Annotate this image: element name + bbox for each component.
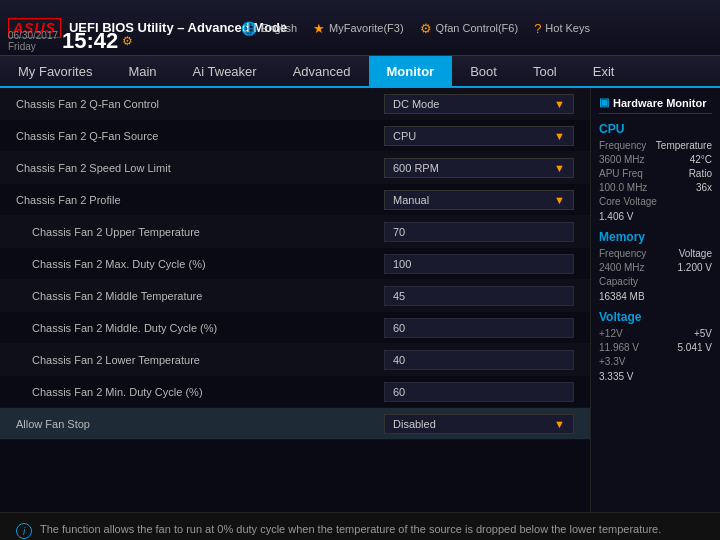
hw-value: +5V: [694, 328, 712, 339]
dropdown-0[interactable]: DC Mode▼: [384, 94, 574, 114]
dropdown-arrow-1: ▼: [554, 130, 565, 142]
text-field-9[interactable]: 60: [384, 382, 574, 402]
nav-tool[interactable]: Tool: [515, 56, 575, 86]
gear-icon[interactable]: ⚙: [122, 34, 133, 48]
hw-row-0-1: 3600 MHz42°C: [599, 154, 712, 165]
dropdown-10[interactable]: Disabled▼: [384, 414, 574, 434]
main-area: Chassis Fan 2 Q-Fan ControlDC Mode▼Chass…: [0, 88, 720, 512]
star-icon: ★: [313, 21, 325, 36]
hw-label: 11.968 V: [599, 342, 639, 353]
text-field-8[interactable]: 40: [384, 350, 574, 370]
hotkeys-label: Hot Keys: [545, 22, 590, 34]
setting-label-0: Chassis Fan 2 Q-Fan Control: [16, 98, 384, 110]
help-icon: ?: [534, 21, 541, 36]
setting-row-0: Chassis Fan 2 Q-Fan ControlDC Mode▼: [0, 88, 590, 120]
monitor-icon: ▣: [599, 96, 609, 109]
nav-exit[interactable]: Exit: [575, 56, 633, 86]
language-selector[interactable]: 🌐 English: [241, 21, 297, 36]
setting-label-7: Chassis Fan 2 Middle. Duty Cycle (%): [16, 322, 384, 334]
setting-row-10: Allow Fan StopDisabled▼: [0, 408, 590, 440]
hw-section-2: Voltage: [599, 310, 712, 324]
hw-value: 5.041 V: [678, 342, 712, 353]
hw-monitor-panel: ▣ Hardware Monitor CPUFrequencyTemperatu…: [590, 88, 720, 512]
setting-label-4: Chassis Fan 2 Upper Temperature: [16, 226, 384, 238]
nav-boot[interactable]: Boot: [452, 56, 515, 86]
text-field-6[interactable]: 45: [384, 286, 574, 306]
text-field-5[interactable]: 100: [384, 254, 574, 274]
setting-row-1: Chassis Fan 2 Q-Fan SourceCPU▼: [0, 120, 590, 152]
hw-value: 1.200 V: [678, 262, 712, 273]
fan-icon: ⚙: [420, 21, 432, 36]
setting-row-3: Chassis Fan 2 ProfileManual▼: [0, 184, 590, 216]
setting-label-10: Allow Fan Stop: [16, 418, 384, 430]
setting-label-2: Chassis Fan 2 Speed Low Limit: [16, 162, 384, 174]
hw-label: APU Freq: [599, 168, 643, 179]
nav-ai-tweaker[interactable]: Ai Tweaker: [175, 56, 275, 86]
hw-section-1: Memory: [599, 230, 712, 244]
setting-label-3: Chassis Fan 2 Profile: [16, 194, 384, 206]
dropdown-arrow-3: ▼: [554, 194, 565, 206]
dropdown-arrow-2: ▼: [554, 162, 565, 174]
nav-advanced[interactable]: Advanced: [275, 56, 369, 86]
setting-label-5: Chassis Fan 2 Max. Duty Cycle (%): [16, 258, 384, 270]
nav-my-favorites[interactable]: My Favorites: [0, 56, 110, 86]
setting-row-2: Chassis Fan 2 Speed Low Limit600 RPM▼: [0, 152, 590, 184]
time-display: 15:42: [62, 28, 118, 54]
nav-main[interactable]: Main: [110, 56, 174, 86]
hw-label: Frequency: [599, 248, 646, 259]
hw-value: Ratio: [689, 168, 712, 179]
globe-icon: 🌐: [241, 21, 257, 36]
text-field-7[interactable]: 60: [384, 318, 574, 338]
hw-label: +12V: [599, 328, 623, 339]
setting-row-8: Chassis Fan 2 Lower Temperature40: [0, 344, 590, 376]
hw-row-2-1: 11.968 V5.041 V: [599, 342, 712, 353]
qfan-control-shortcut[interactable]: ⚙ Qfan Control(F6): [420, 21, 519, 36]
hw-single-0-0: Core Voltage: [599, 196, 712, 207]
favorites-label: MyFavorite(F3): [329, 22, 404, 34]
setting-label-1: Chassis Fan 2 Q-Fan Source: [16, 130, 384, 142]
hw-row-1-0: FrequencyVoltage: [599, 248, 712, 259]
setting-row-9: Chassis Fan 2 Min. Duty Cycle (%)60: [0, 376, 590, 408]
top-icons: 🌐 English ★ MyFavorite(F3) ⚙ Qfan Contro…: [241, 0, 590, 56]
info-text: The function allows the fan to run at 0%…: [40, 521, 661, 538]
date-line2: Friday: [8, 41, 58, 52]
settings-panel: Chassis Fan 2 Q-Fan ControlDC Mode▼Chass…: [0, 88, 590, 512]
hot-keys-button[interactable]: ? Hot Keys: [534, 21, 590, 36]
date-line1: 06/30/2017: [8, 30, 58, 41]
topbar: ASUS UEFI BIOS Utility – Advanced Mode 0…: [0, 0, 720, 56]
hw-row-0-3: 100.0 MHz36x: [599, 182, 712, 193]
text-field-4[interactable]: 70: [384, 222, 574, 242]
setting-label-9: Chassis Fan 2 Min. Duty Cycle (%): [16, 386, 384, 398]
hw-label: 100.0 MHz: [599, 182, 647, 193]
hw-single-2-1: 3.335 V: [599, 371, 712, 382]
navbar: My Favorites Main Ai Tweaker Advanced Mo…: [0, 56, 720, 88]
my-favorites-shortcut[interactable]: ★ MyFavorite(F3): [313, 21, 404, 36]
hw-label: Frequency: [599, 140, 646, 151]
dropdown-arrow-10: ▼: [554, 418, 565, 430]
nav-monitor[interactable]: Monitor: [369, 56, 453, 86]
hw-row-2-0: +12V+5V: [599, 328, 712, 339]
setting-row-5: Chassis Fan 2 Max. Duty Cycle (%)100: [0, 248, 590, 280]
hw-section-0: CPU: [599, 122, 712, 136]
setting-label-8: Chassis Fan 2 Lower Temperature: [16, 354, 384, 366]
dropdown-3[interactable]: Manual▼: [384, 190, 574, 210]
hw-value: Temperature: [656, 140, 712, 151]
info-icon: i: [16, 523, 32, 539]
hw-row-1-1: 2400 MHz1.200 V: [599, 262, 712, 273]
hw-single-1-0: Capacity: [599, 276, 712, 287]
dropdown-2[interactable]: 600 RPM▼: [384, 158, 574, 178]
hw-monitor-title: ▣ Hardware Monitor: [599, 96, 712, 114]
qfan-label: Qfan Control(F6): [436, 22, 519, 34]
hw-single-0-1: 1.406 V: [599, 211, 712, 222]
language-label: English: [261, 22, 297, 34]
hw-label: 3600 MHz: [599, 154, 645, 165]
hw-row-0-2: APU FreqRatio: [599, 168, 712, 179]
info-row: i The function allows the fan to run at …: [0, 512, 720, 540]
setting-row-4: Chassis Fan 2 Upper Temperature70: [0, 216, 590, 248]
hw-single-2-0: +3.3V: [599, 356, 712, 367]
dropdown-arrow-0: ▼: [554, 98, 565, 110]
datetime-area: 06/30/2017 Friday 15:42 ⚙: [8, 28, 133, 54]
dropdown-1[interactable]: CPU▼: [384, 126, 574, 146]
setting-row-7: Chassis Fan 2 Middle. Duty Cycle (%)60: [0, 312, 590, 344]
setting-row-6: Chassis Fan 2 Middle Temperature45: [0, 280, 590, 312]
